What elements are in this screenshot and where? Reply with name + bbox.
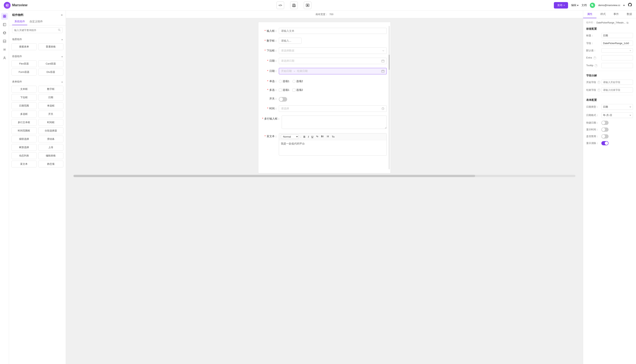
component-numberbox[interactable]: 数字框 <box>38 86 64 92</box>
time-field[interactable]: 请选择 <box>279 106 387 112</box>
user-email[interactable]: demo@marsview.cc <box>598 4 620 6</box>
rp-dateformat-select[interactable]: 年-月-日 <box>601 112 633 118</box>
date-field[interactable]: 请选择日期 <box>279 58 387 64</box>
richtext-italic-button[interactable]: I <box>307 135 310 139</box>
richtext-underline-button[interactable]: U <box>310 135 314 139</box>
component-tree[interactable]: 树形选择 <box>11 144 37 151</box>
rp-disabled-toggle[interactable] <box>601 134 608 138</box>
canvas-header: 画布宽度： 700 <box>66 10 583 18</box>
radio-option1[interactable]: 选项1 <box>279 80 289 83</box>
form-field-richtext: Normal Heading 1 Heading 2 ⬦ B I U <box>279 133 387 156</box>
checkbox-option2[interactable]: 选项2 <box>292 88 303 92</box>
component-upload[interactable]: 上传 <box>38 144 64 151</box>
rp-field-dateformat: 日期格式： 年-月-日 <box>586 112 633 118</box>
richtext-orderedlist-button[interactable]: 123 <box>320 135 325 139</box>
right-tab-events[interactable]: 事件 <box>610 10 623 18</box>
canvas-width-value: 700 <box>329 13 334 16</box>
rp-startfield-input[interactable] <box>601 80 633 85</box>
component-textbox[interactable]: 文本框 <box>11 86 37 92</box>
right-tab-data[interactable]: 数据 <box>623 10 636 18</box>
right-tab-style[interactable]: 样式 <box>596 10 610 18</box>
richtext-format-select[interactable]: Normal Heading 1 Heading 2 <box>281 134 299 139</box>
horizontal-scrollbar[interactable] <box>74 175 575 177</box>
rp-quickdate-toggle[interactable] <box>601 121 608 125</box>
textarea-field[interactable] <box>282 116 387 129</box>
panel-menu-icon[interactable]: ≡ <box>61 14 63 17</box>
sidebar-nav-icon[interactable] <box>1 30 8 36</box>
form-field-time: 请选择 <box>279 106 387 112</box>
rp-endfield-input[interactable] <box>601 88 633 92</box>
save-button[interactable] <box>290 2 298 9</box>
code-editor-button[interactable] <box>277 2 284 9</box>
field-decompose-title: 字段分解 <box>586 74 633 78</box>
tab-system-components[interactable]: 系统组件 <box>12 18 27 25</box>
component-normal-table[interactable]: 普通表格 <box>38 43 64 50</box>
component-segmented[interactable]: 分段选择器 <box>38 127 64 134</box>
toggle-switch[interactable] <box>279 97 287 102</box>
input-field[interactable] <box>279 28 387 34</box>
richtext-unorderedlist-button[interactable] <box>326 135 330 139</box>
component-richtext[interactable]: 富文本 <box>11 160 37 168</box>
component-date[interactable]: 日期 <box>38 94 64 101</box>
component-search-form[interactable]: 搜索表单 <box>11 43 37 50</box>
extra-help-icon[interactable]: ? <box>593 56 596 60</box>
rp-extra-input[interactable] <box>601 55 633 60</box>
component-static[interactable]: 静态项 <box>38 160 64 168</box>
sidebar-image-icon[interactable] <box>1 38 8 45</box>
scroll-thumb[interactable] <box>389 55 390 70</box>
component-card[interactable]: Card容器 <box>38 60 64 67</box>
number-field[interactable] <box>279 38 302 44</box>
component-timerange[interactable]: 时间范围框 <box>11 127 37 134</box>
rp-datetype-select[interactable]: 日期 <box>601 104 633 110</box>
section-form-header[interactable]: 表单组件 ▴ <box>11 79 64 84</box>
component-cascade[interactable]: 级联选择 <box>11 136 37 142</box>
sidebar-components-icon[interactable] <box>1 13 8 20</box>
component-switch[interactable]: 开关 <box>38 111 64 118</box>
doc-button[interactable]: 文档 <box>581 4 587 7</box>
sidebar-pages-icon[interactable] <box>1 21 8 28</box>
component-flex[interactable]: Flex容器 <box>11 60 37 67</box>
component-div[interactable]: Div容器 <box>38 69 64 76</box>
richtext-bold-button[interactable]: B <box>302 135 306 139</box>
sidebar-function-icon[interactable] <box>1 46 8 53</box>
richtext-clear-format-button[interactable]: Tx <box>331 135 335 138</box>
richtext-link-button[interactable] <box>315 135 320 139</box>
rp-field-input[interactable] <box>601 41 633 46</box>
component-dynamiclist[interactable]: 动态列表 <box>11 152 37 159</box>
component-form[interactable]: Form容器 <box>11 69 37 76</box>
publish-button[interactable]: 发布 ▾ <box>554 2 568 8</box>
rp-default-select[interactable] <box>601 48 633 52</box>
copy-id-icon[interactable]: ⧉ <box>626 21 629 24</box>
checkbox-option1[interactable]: 选项1 <box>279 88 289 92</box>
form-label-time: * 时间： <box>262 106 277 110</box>
tooltip-help-icon[interactable]: ? <box>594 64 597 67</box>
preview-button[interactable] <box>304 2 311 9</box>
rp-tooltip-input[interactable] <box>601 63 633 68</box>
startfield-help-icon[interactable]: ? <box>597 81 600 84</box>
component-editabletable[interactable]: 编辑表格 <box>38 152 64 159</box>
tab-custom-components[interactable]: 自定义组件 <box>27 18 45 25</box>
right-tab-properties[interactable]: 属性 <box>583 10 596 18</box>
search-input[interactable] <box>14 29 57 32</box>
rp-showtime-toggle[interactable] <box>601 128 608 132</box>
rp-showclear-toggle[interactable] <box>601 141 608 145</box>
component-checkbox[interactable]: 多选框 <box>11 111 37 118</box>
component-daterange[interactable]: 日期范围 <box>11 102 37 109</box>
component-radio[interactable]: 单选框 <box>38 102 64 109</box>
component-dropdown[interactable]: 下拉框 <box>11 94 37 101</box>
component-slider[interactable]: 滑动条 <box>38 136 64 142</box>
rp-title-input[interactable] <box>601 33 633 38</box>
endfield-help-icon[interactable]: ? <box>597 88 600 92</box>
richtext-content[interactable]: 我是一款低代码平台 <box>279 140 386 155</box>
canvas-body[interactable]: * 输入框： * 数字框： * 下拉框： <box>66 18 583 364</box>
component-multiline[interactable]: 多行文本框 <box>11 119 37 126</box>
github-icon[interactable] <box>628 2 632 8</box>
section-scene-header[interactable]: 场景组件 ▴ <box>11 36 64 42</box>
sidebar-user-icon[interactable] <box>1 54 8 61</box>
daterange-field[interactable]: 开始日期 → 结束日期 <box>279 68 387 74</box>
radio-option2[interactable]: 选项2 <box>292 80 303 83</box>
component-timebox[interactable]: 时间框 <box>38 119 64 126</box>
section-container-header[interactable]: 容器组件 ▴ <box>11 54 64 59</box>
edit-menu[interactable]: 编辑 ▾ <box>571 4 578 7</box>
select-field[interactable]: 请选择数据 <box>279 48 387 54</box>
